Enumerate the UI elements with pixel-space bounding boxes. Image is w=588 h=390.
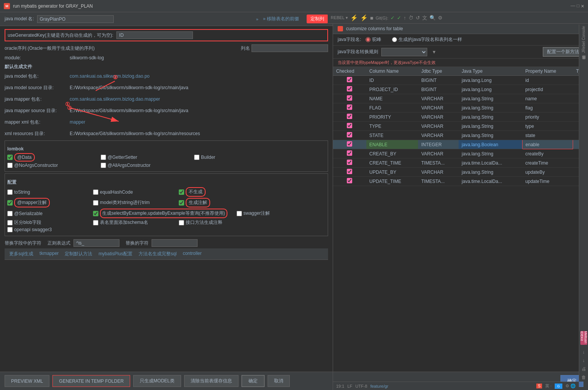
row-checkbox-5[interactable] [347,123,352,128]
ok-btn[interactable]: 确定 [242,375,265,387]
row-checkbox-2[interactable] [347,95,352,101]
java-field-row: java字段名: 驼峰 生成的java字段名和表列名一样 [333,34,588,46]
table-row: NAMEVARCHARjava.lang.Stringname [333,94,588,103]
equalhash-checkbox[interactable] [93,189,98,195]
swagger-checkbox[interactable] [237,211,242,216]
print-icon[interactable]: 🖨 [581,366,586,372]
sonar-icon[interactable]: S [536,383,542,388]
java-mapper-src-label: java mapper source 目录: [5,108,70,114]
customize-btn[interactable]: 定制列 [307,15,328,23]
tab-controller[interactable]: controller [183,250,201,258]
tab-full-sql[interactable]: 方法名生成完整sql [139,250,176,258]
java-type-cell: java.lang.String [459,122,522,131]
pink-sidebar-btn[interactable]: Meituan IDEKit [580,331,587,345]
all-args-checkbox[interactable] [101,163,106,168]
search-icon[interactable]: 🔍 [430,15,436,21]
oracle-seq-input[interactable] [252,44,328,52]
row-checkbox-9[interactable] [347,160,352,165]
git-label: Git(G): [376,16,388,20]
same-as-table-radio[interactable] [392,37,397,42]
tostring-checkbox[interactable] [7,189,13,195]
translate-icon[interactable]: 文 [422,15,427,21]
conversion-rule-select[interactable] [381,48,427,56]
schema-checkbox[interactable] [93,220,98,225]
java-model-src-label: java model source 目录: [5,85,70,91]
row-checkbox-1[interactable] [347,86,352,91]
configure-method-btn[interactable]: 配置一个新方法 [543,47,583,57]
xml-resources-value: E:/Workspace/Git/silkworm/silkworm-sdk-l… [70,131,328,136]
mapper-annotation-checkbox[interactable] [7,200,13,206]
default-files-section: 默认生成文件 [5,64,328,70]
select-example-checkbox[interactable] [93,211,98,216]
trash-icon[interactable]: 🗑 [581,375,586,380]
camelcase-label: 驼峰 [372,36,381,43]
java-model-input[interactable] [37,15,114,23]
nogenerate-checkbox[interactable] [179,189,184,195]
lightning2-icon[interactable]: ⚡ [360,14,368,21]
java-model-pkg-value[interactable]: com.sankuai.oa.silkworm.bizlog.dao.po [70,73,328,79]
serializable-checkbox[interactable] [7,211,13,216]
lightning-icon[interactable]: ⚡ [350,14,358,21]
data-checkbox[interactable] [7,155,13,160]
row-checkbox-3[interactable] [347,104,352,110]
settings-icon[interactable]: ⚙ [438,15,443,21]
java-type-cell: java.lang.String [459,94,522,103]
rebel-label[interactable]: REBEL ▾ [331,15,348,20]
cancel-btn[interactable]: 取消 [268,375,290,387]
row-checkbox-11[interactable] [347,178,352,183]
camelcase-radio[interactable] [366,37,371,42]
row-checkbox-7[interactable] [347,141,352,147]
close-btn[interactable]: × [581,3,584,9]
upload-icon[interactable]: ↑ [403,15,406,21]
generate-temp-folder-btn[interactable]: GENERATE IN TEMP FOLDER [52,375,130,387]
use-generated-key-input[interactable] [116,31,193,39]
tab-default-method[interactable]: 定制默认方法 [65,250,92,258]
arrow-down-icon[interactable]: ↓ [583,349,585,355]
maximize-btn[interactable]: □ [577,3,580,9]
tab-more-sql[interactable]: 更多sql生成 [9,250,33,258]
preview-xml-btn[interactable]: PREVIEW XML [5,375,49,387]
row-checkbox-8[interactable] [347,150,352,156]
remove-prefix-link[interactable]: » 移除表名的前缀 [263,16,299,22]
openapi-checkbox[interactable] [7,227,13,232]
mapper-xml-pkg-value[interactable]: mapper [70,119,328,125]
generate-annotation-checkbox[interactable] [179,200,184,206]
status-right: S 英 · G ⚙ 🌐 [536,383,576,389]
java-field-label: java字段名: [338,36,361,43]
serializable-item: @Serializable [7,211,84,216]
model-trim-checkbox[interactable] [93,200,98,206]
blob-label: 区分blob字段 [14,219,41,226]
property-name-cell: flag [522,103,573,113]
xml-resources-label: xml resources 目录: [5,131,70,137]
row-checkbox-4[interactable] [347,114,352,119]
checkmark-icon[interactable]: ✓ [390,15,395,21]
row-checkbox-6[interactable] [347,132,352,137]
tostring-label: toString [14,189,30,195]
only-model-btn[interactable]: 只生成MODEL类 [133,375,181,387]
jrebel-panel-label[interactable]: JRebel Console [581,26,586,53]
java-mapper-pkg-value[interactable]: com.sankuai.oa.silkworm.bizlog.dao.mappe… [70,96,328,102]
builder-checkbox[interactable] [194,155,199,160]
no-args-checkbox[interactable] [7,163,13,168]
replace-regex-input[interactable] [74,239,119,247]
tab-tkmapper[interactable]: tkmapper [39,250,59,258]
arrow-down2-icon[interactable]: ↓ [583,358,585,363]
table-row: UPDATE_BYVARCHARjava.lang.StringupdateBy [333,168,588,177]
replace-label3: 替换的字符 [126,240,149,246]
replace-value-input[interactable] [152,239,198,247]
interface-comment-checkbox[interactable] [179,220,184,225]
blob-checkbox[interactable] [7,220,13,225]
row-checkbox-10[interactable] [347,169,352,174]
clear-cache-btn[interactable]: 清除当前表缓存信息 [184,375,238,387]
stop-icon[interactable]: ■ [370,15,373,21]
minimize-btn[interactable]: — [571,3,575,9]
checkmark2-icon[interactable]: ✓ [397,15,401,21]
undo-icon[interactable]: ↺ [416,15,420,21]
camelcase-radio-item: 驼峰 [366,36,381,43]
getter-setter-checkbox[interactable] [101,155,106,160]
tab-mybatisplus[interactable]: mybatisPlus配置 [98,250,132,258]
row-checkbox-0[interactable] [347,77,352,82]
clock-icon[interactable]: ⏱ [408,15,413,21]
replace-section: 替换字段中的字符 正则表达式 替换的字符 [5,238,328,248]
interface-comment-item: 接口方法生成注释 [179,219,255,226]
